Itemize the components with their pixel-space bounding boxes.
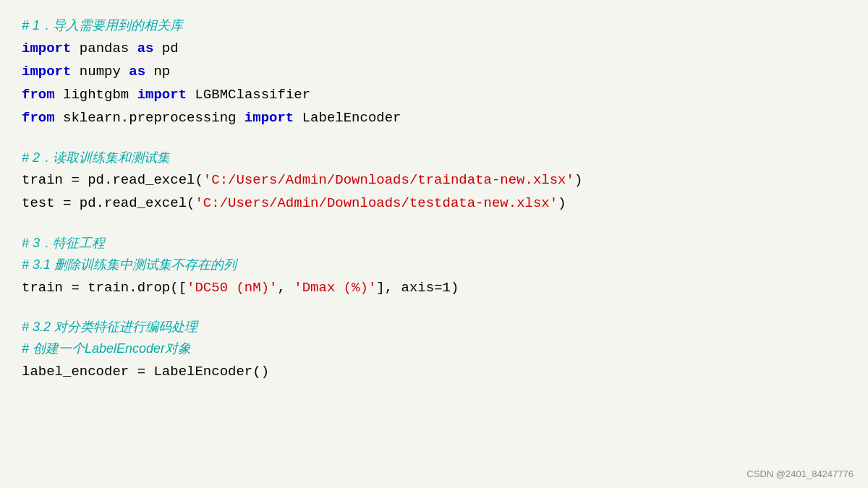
- code-token: import: [137, 87, 187, 103]
- code-token: ,: [277, 280, 294, 296]
- code-line: test = pd.read_excel('C:/Users/Admin/Dow…: [22, 192, 846, 215]
- code-token: pandas: [71, 40, 137, 56]
- code-token: train = pd.read_excel(: [22, 172, 203, 188]
- code-line: from sklearn.preprocessing import LabelE…: [22, 106, 846, 129]
- code-token: label_encoder = LabelEncoder(): [22, 364, 269, 380]
- code-token: from: [22, 110, 55, 126]
- code-token: import: [22, 40, 71, 56]
- code-token: ], axis=1): [376, 280, 459, 296]
- code-line: train = train.drop(['DC50 (nM)', 'Dmax (…: [22, 276, 846, 299]
- code-token: 'C:/Users/Admin/Downloads/traindata-new.…: [203, 172, 574, 188]
- code-token: train = train.drop([: [22, 280, 187, 296]
- comment-line: # 创建一个LabelEncoder对象: [22, 338, 846, 360]
- code-token: np: [145, 64, 170, 80]
- code-token: test = pd.read_excel(: [22, 195, 195, 211]
- code-token: lightgbm: [55, 87, 137, 103]
- code-line: import numpy as np: [22, 60, 846, 83]
- code-line: import pandas as pd: [22, 37, 846, 60]
- comment-line: # 3．特征工程: [22, 232, 846, 254]
- code-line: from lightgbm import LGBMClassifier: [22, 83, 846, 106]
- code-line: label_encoder = LabelEncoder(): [22, 360, 846, 383]
- code-token: import: [244, 110, 294, 126]
- comment-line: # 3.2 对分类特征进行编码处理: [22, 316, 846, 338]
- code-token: import: [22, 64, 71, 80]
- code-token: sklearn.preprocessing: [55, 110, 244, 126]
- code-token: LabelEncoder: [294, 110, 401, 126]
- code-token: pd: [153, 40, 178, 56]
- comment-line: # 1．导入需要用到的相关库: [22, 14, 846, 37]
- watermark: CSDN @2401_84247776: [746, 468, 854, 479]
- comment-line: # 2．读取训练集和测试集: [22, 147, 846, 169]
- comment-line: # 3.1 删除训练集中测试集不存在的列: [22, 254, 846, 276]
- code-token: 'Dmax (%)': [294, 280, 376, 296]
- code-line: train = pd.read_excel('C:/Users/Admin/Do…: [22, 168, 846, 192]
- code-token: 'DC50 (nM)': [187, 280, 277, 296]
- code-token: as: [129, 64, 145, 80]
- code-token: ): [558, 195, 566, 211]
- code-token: 'C:/Users/Admin/Downloads/testdata-new.x…: [195, 195, 558, 211]
- code-token: ): [574, 172, 582, 188]
- code-block: # 1．导入需要用到的相关库import pandas as pdimport …: [0, 0, 868, 398]
- code-token: LGBMClassifier: [187, 87, 310, 103]
- code-token: as: [137, 40, 154, 56]
- code-token: from: [22, 87, 55, 103]
- code-token: numpy: [71, 64, 129, 80]
